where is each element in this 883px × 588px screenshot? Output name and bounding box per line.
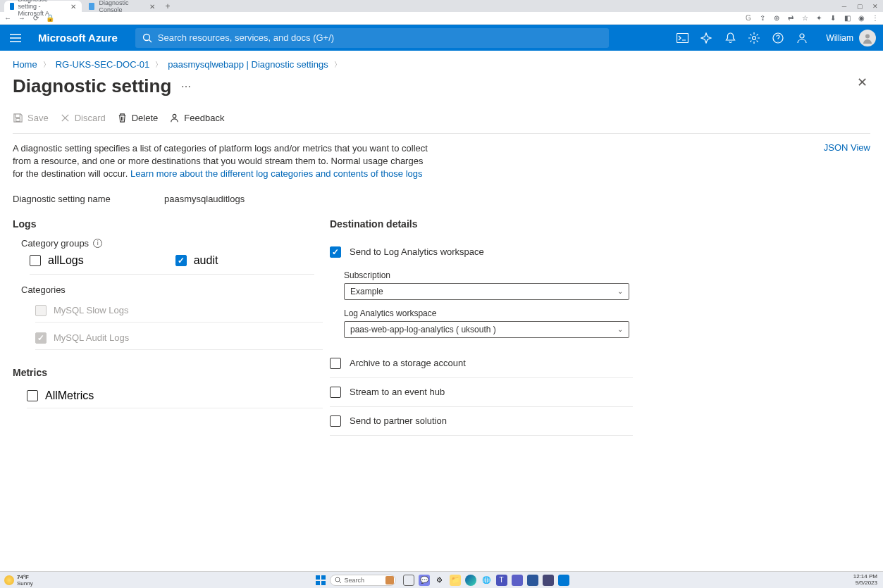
app-icon-2[interactable] [527,575,538,586]
subscription-value: Example [350,287,383,296]
save-button[interactable]: Save [13,113,49,123]
checkbox-alllogs[interactable] [30,255,41,266]
logs-heading: Logs [13,218,323,230]
discard-button[interactable]: Discard [60,113,106,123]
feedback-icon[interactable] [795,31,809,45]
teams-icon[interactable]: T [496,575,507,586]
feedback-button[interactable]: Feedback [169,113,224,123]
taskview-icon[interactable] [403,575,414,586]
window-minimize-icon[interactable]: ─ [836,0,852,12]
setting-name-label: Diagnostic setting name [13,194,164,204]
category-audit-logs: MySQL Audit Logs [35,327,323,350]
browser-right-icons: G ⇪ ⊕ ⇄ ☆ ✦ ⬇ ◧ ◉ ⋮ [743,13,880,23]
cloud-shell-icon[interactable] [675,31,689,45]
checkbox-log-analytics[interactable] [330,246,341,258]
settings-tb-icon[interactable]: ⚙ [434,575,445,586]
categories-label: Categories [21,284,323,295]
checkbox-partner[interactable] [330,415,341,427]
app-icon-3[interactable] [543,575,554,586]
category-groups-label: Category groups i [21,238,323,249]
new-tab-button[interactable]: + [162,1,173,12]
notifications-icon[interactable] [723,31,737,45]
breadcrumb-rg[interactable]: RG-UKS-SEC-DOC-01 [56,59,150,70]
taskbar-clock[interactable]: 12:14 PM 9/5/2023 [853,574,877,587]
delete-button[interactable]: Delete [117,113,159,123]
command-bar: Save Discard Delete Feedback [13,113,870,134]
tab-title: Diagnostic Console [99,0,145,13]
checkbox-audit[interactable] [175,255,187,266]
more-menu-icon[interactable]: ⋯ [181,81,192,92]
explorer-icon[interactable]: 📁 [450,575,461,586]
azure-search[interactable] [135,28,609,48]
workspace-select[interactable]: paas-web-app-log-analytics ( uksouth ) ⌄ [344,321,629,338]
app-icon-1[interactable] [512,575,523,586]
settings-icon[interactable] [747,31,761,45]
windows-taskbar: 74°F Sunny Search 💬 ⚙ 📁 🌐 T 12:14 PM [0,571,883,588]
browser-menu-icon[interactable]: ⋮ [870,13,880,23]
start-button[interactable] [314,574,327,587]
azure-user[interactable]: William [826,30,876,46]
svg-point-5 [800,34,804,38]
checkbox-allmetrics[interactable] [27,390,38,401]
dest-storage-label: Archive to a storage account [350,358,466,368]
info-icon[interactable]: i [93,239,102,248]
json-view-link[interactable]: JSON View [824,142,870,153]
bookmark-icon[interactable]: ☆ [800,13,810,23]
browser-titlebar: Diagnostic setting - Microsoft A ✕ Diagn… [0,0,883,12]
description-row: A diagnostic setting specifies a list of… [13,142,870,181]
chevron-right-icon: 〉 [334,60,341,70]
sidepanel-icon[interactable]: ◧ [842,13,852,23]
close-blade-icon[interactable]: ✕ [857,75,867,90]
edge-icon[interactable] [465,575,476,586]
google-icon[interactable]: G [743,13,753,23]
dest-eventhub-label: Stream to an event hub [350,387,445,397]
azure-header: Microsoft Azure William [0,25,883,51]
svg-point-0 [143,34,149,40]
nav-back-icon[interactable]: ← [3,13,13,23]
search-icon [142,33,152,43]
azure-search-input[interactable] [158,32,602,43]
tab-close-icon[interactable]: ✕ [70,3,76,11]
window-close-icon[interactable]: ✕ [867,0,883,12]
extensions-icon[interactable]: ✦ [814,13,824,23]
chrome-icon[interactable]: 🌐 [481,575,492,586]
checkbox-eventhub[interactable] [330,387,341,398]
svg-rect-11 [321,581,326,585]
page-title-row: Diagnostic setting ⋯ [13,75,870,97]
breadcrumb-home[interactable]: Home [13,59,37,70]
destination-heading: Destination details [330,218,633,230]
taskbar-weather[interactable]: 74°F Sunny [4,574,33,587]
category-slow-logs-label: MySQL Slow Logs [54,305,128,315]
breadcrumb-resource[interactable]: paasmysqlwebapp | Diagnostic settings [168,59,328,70]
app-icon-4[interactable] [558,575,569,586]
zoom-icon[interactable]: ⊕ [772,13,782,23]
browser-tab-2[interactable]: Diagnostic Console ✕ [83,1,161,12]
browser-tab-1[interactable]: Diagnostic setting - Microsoft A ✕ [4,1,82,12]
window-controls: ─ ▢ ✕ [836,0,883,12]
description-link[interactable]: Learn more about the different log categ… [130,168,423,179]
metric-allmetrics: AllMetrics [27,384,323,408]
azure-brand[interactable]: Microsoft Azure [38,32,118,44]
taskbar-search[interactable]: Search [330,575,396,586]
share-icon[interactable]: ⇪ [758,13,767,23]
help-icon[interactable] [771,31,785,45]
category-audit-logs-label: MySQL Audit Logs [54,332,129,343]
user-name: William [826,33,853,43]
metric-allmetrics-label: AllMetrics [45,389,94,402]
svg-rect-9 [321,575,326,580]
chat-icon[interactable]: 💬 [419,575,430,586]
downloads-icon[interactable]: ⬇ [828,13,838,23]
window-maximize-icon[interactable]: ▢ [852,0,867,12]
translate-icon[interactable]: ⇄ [786,13,796,23]
dest-storage: Archive to a storage account [330,349,633,378]
discard-icon [60,113,70,123]
profile-icon[interactable]: ◉ [856,13,866,23]
svg-rect-10 [316,581,320,585]
tab-close-icon[interactable]: ✕ [149,3,155,11]
checkbox-audit-logs [35,332,47,344]
checkbox-storage[interactable] [330,358,341,369]
svg-rect-2 [677,33,688,42]
subscription-select[interactable]: Example ⌄ [344,283,629,300]
hamburger-menu-icon[interactable] [7,30,24,46]
copilot-icon[interactable] [699,31,713,45]
